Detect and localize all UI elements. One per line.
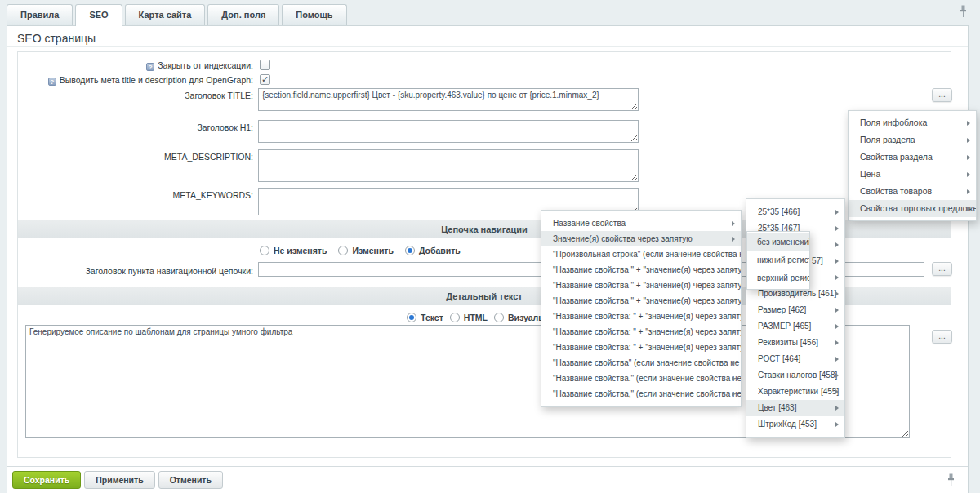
menu-item-format[interactable]: "Название свойства" (если значение свойс… — [541, 355, 741, 371]
title-template-menu-button[interactable]: ... — [932, 88, 952, 102]
menu-item-format[interactable]: "Название свойства " + "значение(я) чере… — [541, 293, 741, 309]
radio-no-change[interactable]: Не изменять — [260, 246, 327, 255]
cancel-button[interactable]: Отменить — [158, 471, 223, 489]
field-label-h1: Заголовок H1: — [18, 122, 253, 133]
menu-item-property[interactable]: 25*35 [466] — [746, 204, 844, 220]
footer-buttons: Сохранить Применить Отменить — [12, 471, 223, 489]
menu-item-format[interactable]: "Название свойства " + "значение(я) чере… — [541, 278, 741, 293]
h1-textarea[interactable] — [258, 120, 639, 143]
field-label-nav-chain-title: Заголовок пункта навигационной цепочки: — [18, 265, 253, 277]
help-icon[interactable]: ? — [48, 78, 56, 86]
help-icon[interactable]: ? — [146, 63, 154, 71]
submenu-arrow-icon — [835, 226, 839, 231]
menu-item-format[interactable]: "Название свойства: " + "значение(я) чер… — [541, 340, 741, 355]
menu-item-property[interactable]: Реквизиты [456] — [746, 335, 844, 351]
field-label-meta-keywords: META_KEYWORDS: — [18, 189, 253, 201]
submenu-arrow-icon — [835, 373, 839, 378]
menu-item-format[interactable]: "Название свойства," (если значение свой… — [541, 386, 741, 402]
submenu-arrow-icon — [835, 422, 839, 427]
submenu-arrow-icon — [835, 210, 839, 215]
tab-sitemap[interactable]: Карта сайта — [125, 4, 206, 25]
menu-item-format[interactable]: "Произвольная строка" (если значение сво… — [541, 246, 741, 262]
menu-item-format[interactable]: "Название свойства: " + "значение(я) чер… — [541, 309, 741, 324]
tab-extra-fields[interactable]: Доп. поля — [207, 4, 279, 25]
apply-button[interactable]: Применить — [84, 471, 154, 489]
submenu-arrow-icon — [967, 172, 970, 177]
menu-item-format[interactable]: "Название свойства: " + "значение(я) чер… — [541, 324, 741, 340]
divider — [7, 46, 968, 47]
submenu-arrow-icon — [732, 314, 735, 319]
save-button[interactable]: Сохранить — [12, 471, 81, 489]
menu-item-property[interactable]: Характеристики [455] — [746, 384, 844, 400]
radio-change[interactable]: Изменить — [338, 246, 394, 255]
menu-item-property-color[interactable]: Цвет [463] — [746, 400, 844, 416]
submenu-arrow-icon — [835, 242, 839, 247]
radio-icon — [494, 313, 504, 322]
radio-icon — [338, 246, 348, 255]
meta-description-textarea[interactable] — [258, 149, 639, 182]
menu-item-price[interactable]: Цена — [849, 166, 976, 183]
submenu-arrow-icon — [732, 330, 735, 335]
context-menu-categories: Поля инфоблока Поля раздела Свойства раз… — [848, 110, 977, 221]
pin-icon[interactable] — [947, 473, 955, 488]
submenu-arrow-icon — [967, 155, 970, 160]
menu-item-format[interactable]: "Название свойства " + "значение(я) чере… — [541, 262, 741, 278]
menu-item-property[interactable]: РАЗМЕР [465] — [746, 318, 844, 335]
radio-html[interactable]: HTML — [450, 313, 488, 322]
tab-help[interactable]: Помощь — [282, 4, 346, 25]
submenu-arrow-icon — [800, 258, 804, 263]
menu-item-format[interactable]: Название свойства — [541, 215, 741, 231]
submenu-arrow-icon — [835, 291, 839, 296]
menu-item-format[interactable]: "Название свойства." (если значение свой… — [541, 371, 741, 386]
menu-item-no-change-case[interactable]: без изменений — [747, 233, 809, 251]
menu-item-property[interactable]: Размер [462] — [746, 302, 844, 318]
pin-icon[interactable] — [960, 5, 967, 20]
close-indexing-checkbox[interactable] — [260, 60, 270, 70]
menu-item-section-fields[interactable]: Поля раздела — [849, 131, 976, 149]
radio-label: Текст — [421, 313, 443, 322]
footer-bar: Сохранить Применить Отменить — [7, 466, 968, 493]
radio-label: Не изменять — [274, 246, 327, 255]
tab-seo[interactable]: SEO — [75, 4, 122, 26]
opengraph-checkbox[interactable] — [260, 74, 270, 85]
submenu-arrow-icon — [967, 207, 970, 211]
context-menu-case-options: без изменений нижний регистр верхний рег… — [746, 231, 810, 290]
radio-icon — [450, 313, 460, 322]
submenu-arrow-icon — [835, 259, 839, 264]
title-textarea[interactable]: {section.field.name.upperfirst} Цвет - {… — [258, 88, 639, 111]
menu-item-offer-properties[interactable]: Свойства торговых предложений — [849, 200, 976, 217]
detail-text-template-menu-button[interactable]: ... — [932, 330, 952, 344]
field-label-title: Заголовок TITLE: — [18, 90, 253, 101]
menu-item-product-properties[interactable]: Свойства товаров — [849, 183, 976, 200]
menu-item-section-properties[interactable]: Свойства раздела — [849, 149, 976, 166]
radio-label: Добавить — [419, 246, 461, 255]
radio-add[interactable]: Добавить — [405, 246, 461, 255]
submenu-arrow-icon — [732, 345, 735, 350]
field-label-close-indexing: ?Закрыть от индексации: — [18, 60, 253, 71]
radio-label: HTML — [464, 313, 488, 322]
submenu-arrow-icon — [800, 240, 804, 245]
menu-item-property[interactable]: Ставки налогов [458] — [746, 367, 844, 384]
tab-bar: Правила SEO Карта сайта Доп. поля Помощь — [7, 4, 347, 26]
submenu-arrow-icon — [835, 308, 839, 313]
radio-icon — [260, 246, 270, 255]
field-label-meta-description: META_DESCRIPTION: — [18, 151, 253, 162]
submenu-arrow-icon — [835, 357, 839, 362]
tab-rules[interactable]: Правила — [7, 4, 73, 25]
submenu-arrow-icon — [732, 299, 735, 304]
submenu-arrow-icon — [800, 276, 804, 281]
field-label-opengraph: ?Выводить мета title и description для O… — [18, 74, 253, 86]
nav-chain-template-menu-button[interactable]: ... — [932, 262, 952, 276]
radio-text[interactable]: Текст — [407, 313, 443, 322]
menu-item-format[interactable]: Значение(я) свойства через запятую — [541, 231, 741, 246]
menu-item-property[interactable]: РОСТ [464] — [746, 351, 844, 367]
nav-chain-mode-radios: Не изменять Изменить Добавить — [260, 245, 461, 256]
submenu-arrow-icon — [732, 361, 735, 366]
label-text: Выводить мета title и description для Op… — [60, 75, 253, 85]
submenu-arrow-icon — [732, 283, 735, 288]
menu-item-infoblock-fields[interactable]: Поля инфоблока — [849, 114, 976, 131]
menu-item-property[interactable]: ШтрихКод [453] — [746, 416, 844, 433]
menu-item-uppercase[interactable]: верхний регистр — [747, 269, 809, 287]
submenu-arrow-icon — [732, 221, 735, 226]
menu-item-lowercase[interactable]: нижний регистр — [747, 251, 809, 269]
